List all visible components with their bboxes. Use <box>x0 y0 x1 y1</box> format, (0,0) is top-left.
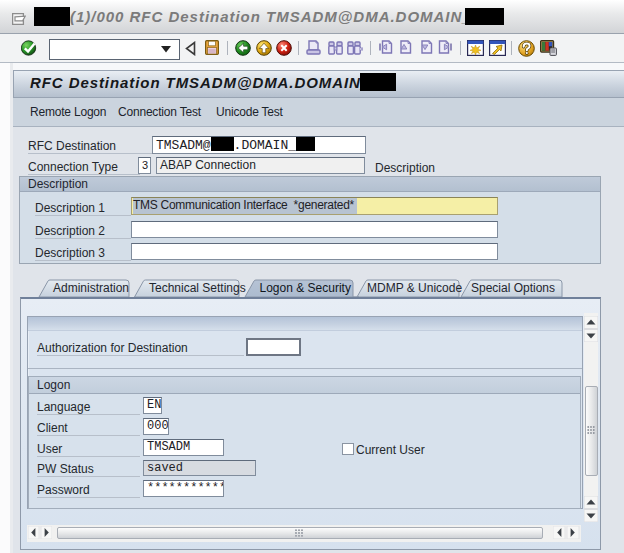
svg-text:Logon & Security: Logon & Security <box>260 281 351 295</box>
svg-text:Technical Settings: Technical Settings <box>149 281 246 295</box>
svg-text:Special Options: Special Options <box>471 281 555 295</box>
svg-text:MDMP & Unicode: MDMP & Unicode <box>367 281 462 295</box>
svg-text:Administration: Administration <box>53 281 129 295</box>
